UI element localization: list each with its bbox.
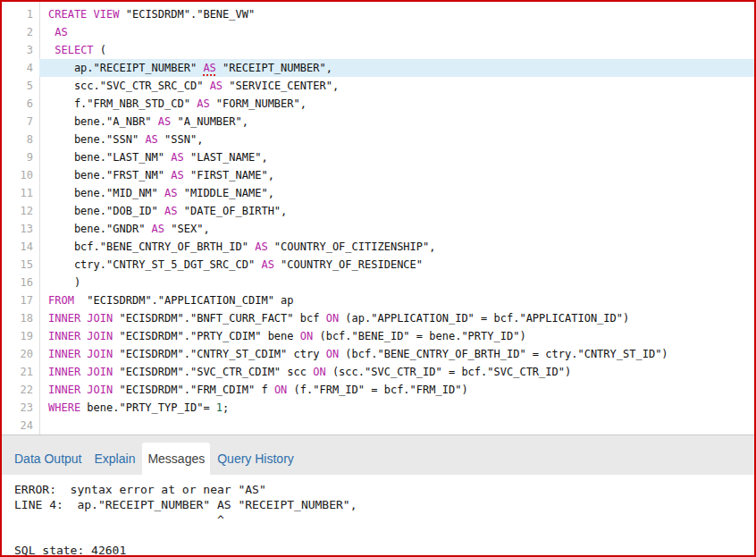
code-line[interactable]: 19INNER JOIN "ECISDRDM"."PRTY_CDIM" bene… xyxy=(2,327,754,345)
code-token: AS xyxy=(158,115,171,128)
code-token: "ECISDRDM"."FRM_CDIM" f xyxy=(113,384,274,396)
line-number: 2 xyxy=(2,23,39,41)
code-line[interactable]: 1CREATE VIEW "ECISDRDM"."BENE_VW" xyxy=(2,5,754,23)
code-text[interactable]: bene."DOB_ID" AS "DATE_OF_BIRTH", xyxy=(39,202,754,220)
code-line[interactable]: 15 ctry."CNTRY_ST_5_DGT_SRC_CD" AS "COUN… xyxy=(2,256,754,274)
line-number: 7 xyxy=(2,113,39,131)
line-number: 17 xyxy=(2,291,39,309)
code-line[interactable]: 8 bene."SSN" AS "SSN", xyxy=(2,131,754,148)
code-token: (bcf."BENE_CNTRY_OF_BRTH_ID" = ctry."CNT… xyxy=(339,348,668,360)
code-token: bene."FRST_NM" xyxy=(48,169,171,181)
line-number: 4 xyxy=(2,59,39,77)
code-token: ) xyxy=(48,276,80,289)
code-line[interactable]: 16 ) xyxy=(2,274,754,291)
code-text[interactable]: ctry."CNTRY_ST_5_DGT_SRC_CD" AS "COUNTRY… xyxy=(39,256,754,274)
line-number: 13 xyxy=(2,220,39,238)
line-number: 18 xyxy=(2,309,39,327)
code-token: (f."FRM_ID" = bcf."FRM_ID") xyxy=(287,384,467,396)
code-line[interactable]: 6 f."FRM_NBR_STD_CD" AS "FORM_NUMBER", xyxy=(2,95,754,113)
code-text[interactable]: INNER JOIN "ECISDRDM"."FRM_CDIM" f ON (f… xyxy=(39,381,754,399)
code-text[interactable]: INNER JOIN "ECISDRDM"."CNTRY_ST_CDIM" ct… xyxy=(39,345,754,363)
tab-data-output[interactable]: Data Output xyxy=(9,443,88,475)
code-text[interactable]: INNER JOIN "ECISDRDM"."PRTY_CDIM" bene O… xyxy=(39,327,754,345)
code-token: AS xyxy=(171,151,183,164)
code-line[interactable]: 22INNER JOIN "ECISDRDM"."FRM_CDIM" f ON … xyxy=(2,381,754,399)
code-token: "SERVICE_CENTER", xyxy=(223,80,339,92)
code-text[interactable]: CREATE VIEW "ECISDRDM"."BENE_VW" xyxy=(39,5,754,23)
line-number: 24 xyxy=(2,417,39,435)
code-token: bcf."BENE_CNTRY_OF_BRTH_ID" xyxy=(48,241,255,253)
code-text[interactable]: bene."FRST_NM" AS "FIRST_NAME", xyxy=(39,166,754,184)
code-token: AS xyxy=(261,258,273,271)
sql-editor[interactable]: 1CREATE VIEW "ECISDRDM"."BENE_VW"2 AS3 S… xyxy=(2,2,754,435)
line-number: 5 xyxy=(2,77,39,95)
code-line[interactable]: 23WHERE bene."PRTY_TYP_ID"= 1; xyxy=(2,399,754,417)
code-text-active-line[interactable]: ap."RECEIPT_NUMBER" AS "RECEIPT_NUMBER", xyxy=(39,59,754,77)
code-line[interactable]: 14 bcf."BENE_CNTRY_OF_BRTH_ID" AS "COUNT… xyxy=(2,238,754,256)
code-text[interactable]: scc."SVC_CTR_SRC_CD" AS "SERVICE_CENTER"… xyxy=(39,77,754,95)
line-number: 16 xyxy=(2,274,39,291)
code-text[interactable]: INNER JOIN "ECISDRDM"."BNFT_CURR_FACT" b… xyxy=(39,309,754,327)
code-text[interactable]: ) xyxy=(39,274,754,291)
tab-explain[interactable]: Explain xyxy=(89,443,141,475)
code-text[interactable]: INNER JOIN "ECISDRDM"."SVC_CTR_CDIM" scc… xyxy=(39,363,754,381)
code-line[interactable]: 4 ap."RECEIPT_NUMBER" AS "RECEIPT_NUMBER… xyxy=(2,59,754,77)
line-number: 9 xyxy=(2,148,39,166)
code-line[interactable]: 17FROM "ECISDRDM"."APPLICATION_CDIM" ap xyxy=(2,291,754,309)
line-number: 11 xyxy=(2,184,39,202)
code-token: AS xyxy=(164,205,177,217)
code-line[interactable]: 18INNER JOIN "ECISDRDM"."BNFT_CURR_FACT"… xyxy=(2,309,754,327)
code-token: INNER JOIN xyxy=(48,384,113,396)
line-number: 6 xyxy=(2,95,39,113)
code-token: 1 xyxy=(216,401,223,414)
line-number: 20 xyxy=(2,345,39,363)
code-token: "ECISDRDM"."APPLICATION_CDIM" ap xyxy=(74,294,294,307)
line-number: 3 xyxy=(2,41,39,59)
line-number: 15 xyxy=(2,256,39,274)
output-panel: Data OutputExplainMessagesQuery History … xyxy=(2,435,754,555)
code-text[interactable]: bene."GNDR" AS "SEX", xyxy=(39,220,754,238)
tab-query-history[interactable]: Query History xyxy=(212,443,299,475)
code-token: AS xyxy=(145,133,157,146)
code-line[interactable]: 24 xyxy=(2,417,754,435)
code-token: bene."DOB_ID" xyxy=(48,205,164,217)
code-token: ctry."CNTRY_ST_5_DGT_SRC_CD" xyxy=(48,258,261,271)
code-text[interactable] xyxy=(39,417,754,435)
code-line[interactable]: 21INNER JOIN "ECISDRDM"."SVC_CTR_CDIM" s… xyxy=(2,363,754,381)
code-token: bene."GNDR" xyxy=(48,223,152,235)
tab-messages[interactable]: Messages xyxy=(142,443,210,475)
code-text[interactable]: WHERE bene."PRTY_TYP_ID"= 1; xyxy=(39,399,754,417)
line-number: 19 xyxy=(2,327,39,345)
code-text[interactable]: bene."SSN" AS "SSN", xyxy=(39,131,754,148)
code-text[interactable]: bcf."BENE_CNTRY_OF_BRTH_ID" AS "COUNTRY_… xyxy=(39,238,754,256)
code-token: SELECT xyxy=(55,44,93,56)
code-text[interactable]: FROM "ECISDRDM"."APPLICATION_CDIM" ap xyxy=(39,291,754,309)
code-text[interactable]: f."FRM_NBR_STD_CD" AS "FORM_NUMBER", xyxy=(39,95,754,113)
code-token: INNER JOIN xyxy=(48,366,113,378)
code-line[interactable]: 13 bene."GNDR" AS "SEX", xyxy=(2,220,754,238)
code-line[interactable]: 10 bene."FRST_NM" AS "FIRST_NAME", xyxy=(2,166,754,184)
code-line[interactable]: 3 SELECT ( xyxy=(2,41,754,59)
code-token: f."FRM_NBR_STD_CD" xyxy=(48,97,197,110)
code-line[interactable]: 12 bene."DOB_ID" AS "DATE_OF_BIRTH", xyxy=(2,202,754,220)
code-token: ON xyxy=(313,366,325,378)
code-line[interactable]: 20INNER JOIN "ECISDRDM"."CNTRY_ST_CDIM" … xyxy=(2,345,754,363)
code-token: "COUNTRY_OF_RESIDENCE" xyxy=(274,258,423,271)
code-token: "ECISDRDM"."SVC_CTR_CDIM" scc xyxy=(113,366,313,378)
code-token: AS xyxy=(171,169,183,181)
code-token: ( xyxy=(94,44,106,56)
code-text[interactable]: SELECT ( xyxy=(39,41,754,59)
code-text[interactable]: AS xyxy=(39,23,754,41)
code-line[interactable]: 11 bene."MID_NM" AS "MIDDLE_NAME", xyxy=(2,184,754,202)
line-number: 12 xyxy=(2,202,39,220)
code-token: AS xyxy=(255,241,267,253)
code-token: "ECISDRDM"."BENE_VW" xyxy=(119,8,255,21)
code-text[interactable]: bene."LAST_NM" AS "LAST_NAME", xyxy=(39,148,754,166)
code-token: "COUNTRY_OF_CITIZENSHIP", xyxy=(268,241,436,253)
code-line[interactable]: 5 scc."SVC_CTR_SRC_CD" AS "SERVICE_CENTE… xyxy=(2,77,754,95)
code-text[interactable]: bene."A_NBR" AS "A_NUMBER", xyxy=(39,113,754,131)
code-text[interactable]: bene."MID_NM" AS "MIDDLE_NAME", xyxy=(39,184,754,202)
code-line[interactable]: 2 AS xyxy=(2,23,754,41)
code-line[interactable]: 7 bene."A_NBR" AS "A_NUMBER", xyxy=(2,113,754,131)
code-line[interactable]: 9 bene."LAST_NM" AS "LAST_NAME", xyxy=(2,148,754,166)
